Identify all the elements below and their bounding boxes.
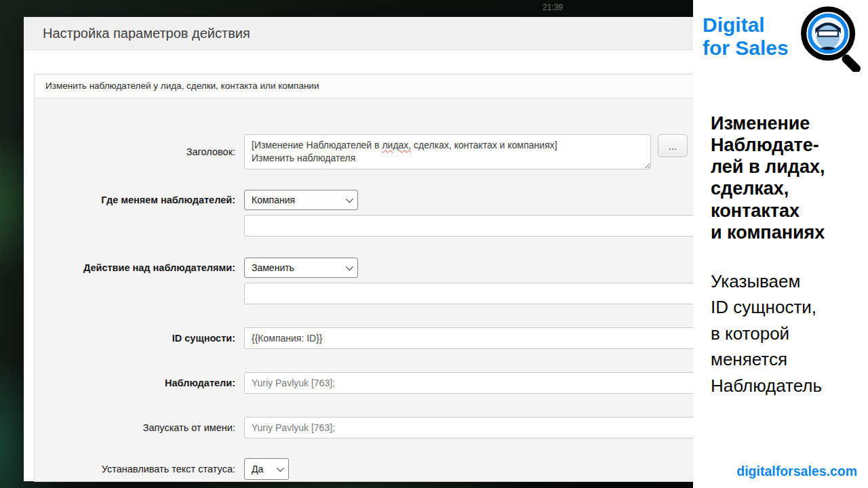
- spellcheck-word: лидах,: [382, 140, 411, 150]
- website-text: digitalforsales.com: [736, 464, 857, 479]
- observers-label: Наблюдатели:: [35, 372, 244, 394]
- title-textarea-line1: [Изменение Наблюдателей в лидах, сделках…: [252, 139, 644, 152]
- action-label: Действие над наблюдателями:: [35, 258, 244, 278]
- where-field: Компания: [244, 190, 698, 237]
- where-label: Где меняем наблюдателей:: [35, 190, 244, 210]
- action-field: Заменить: [244, 258, 698, 304]
- where-select[interactable]: Компания: [244, 190, 358, 210]
- where-select-value: Компания: [252, 195, 295, 205]
- chevron-down-icon: [277, 464, 284, 472]
- form-row-status-text: Устанавливать текст статуса: Да: [35, 458, 698, 480]
- magnifier-face-logo-icon: [798, 4, 865, 72]
- branding-panel: Digital for Sales Изменение Наблюдате- л…: [693, 0, 868, 488]
- form-row-where: Где меняем наблюдателей: Компания: [35, 190, 698, 237]
- brand-name: Digital for Sales: [703, 14, 789, 60]
- action-settings-panel: Изменить наблюдателей у лида, сделки, ко…: [34, 74, 698, 482]
- section-header: Изменить наблюдателей у лида, сделки, ко…: [35, 75, 698, 98]
- action-settings-dialog: Настройка параметров действия Изменить н…: [24, 17, 702, 481]
- status-text-label: Устанавливать текст статуса:: [35, 458, 244, 480]
- panel-note: Указываем ID сущности, в которой меняетс…: [711, 268, 822, 399]
- more-button[interactable]: ...: [658, 134, 688, 157]
- desktop: 21:39 Настройка параметров действия Изме…: [0, 0, 868, 488]
- settings-form: Заголовок: [Изменение Наблюдателей в лид…: [35, 98, 698, 480]
- form-row-observers: Наблюдатели:: [35, 372, 698, 394]
- action-select[interactable]: Заменить: [244, 258, 358, 278]
- entity-id-field: [244, 327, 698, 349]
- resize-grip-icon[interactable]: [643, 161, 650, 168]
- chevron-down-icon: [346, 263, 353, 270]
- run-as-field: [244, 417, 698, 439]
- status-text-select[interactable]: Да: [244, 458, 289, 480]
- run-as-input[interactable]: [244, 417, 698, 439]
- action-select-value: Заменить: [252, 262, 294, 273]
- chevron-down-icon: [346, 195, 353, 203]
- status-text-field: Да: [244, 458, 698, 480]
- clock: 21:39: [542, 3, 563, 12]
- dialog-titlebar[interactable]: Настройка параметров действия: [24, 17, 702, 50]
- run-as-label: Запускать от имени:: [35, 417, 244, 439]
- entity-id-label: ID сущности:: [35, 327, 244, 349]
- title-textarea-line2: Изменить наблюдателя: [252, 152, 644, 165]
- entity-id-input[interactable]: [244, 327, 698, 349]
- observers-field: [244, 372, 698, 394]
- observers-input[interactable]: [244, 372, 698, 394]
- title-field: [Изменение Наблюдателей в лидах, сделках…: [244, 134, 698, 169]
- form-row-title: Заголовок: [Изменение Наблюдателей в лид…: [35, 134, 698, 169]
- dialog-title: Настройка параметров действия: [43, 26, 250, 41]
- action-extra-input[interactable]: [244, 283, 698, 304]
- title-textarea[interactable]: [Изменение Наблюдателей в лидах, сделках…: [244, 134, 651, 169]
- where-extra-input[interactable]: [244, 215, 698, 237]
- status-text-select-value: Да: [252, 464, 263, 474]
- panel-headline: Изменение Наблюдате- лей в лидах, сделка…: [711, 113, 825, 243]
- form-row-action: Действие над наблюдателями: Заменить: [35, 258, 698, 304]
- title-label: Заголовок:: [35, 134, 244, 169]
- form-row-entity-id: ID сущности:: [35, 327, 698, 349]
- form-row-run-as: Запускать от имени:: [35, 417, 698, 439]
